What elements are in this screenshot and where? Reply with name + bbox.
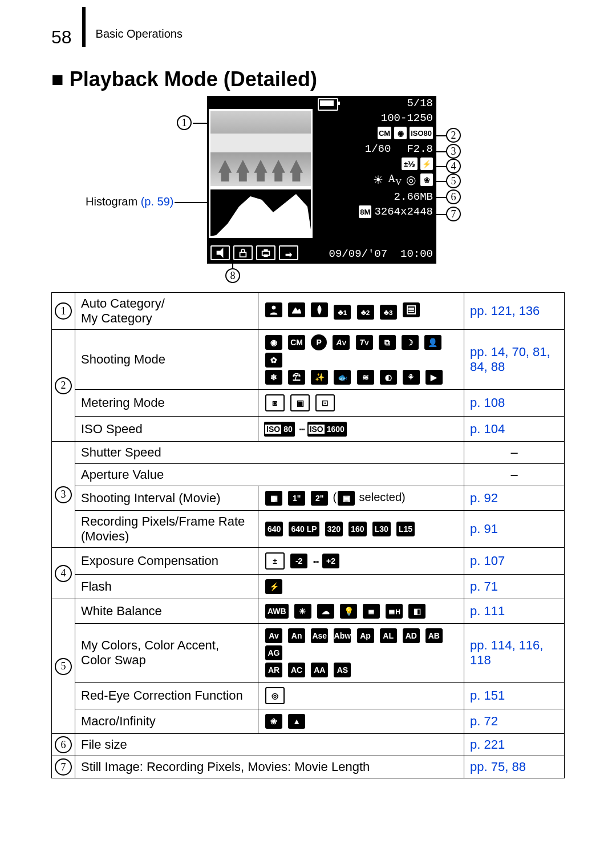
- mode-foliage-icon: ✿: [265, 353, 282, 368]
- mode-tv-icon: TV: [356, 335, 373, 350]
- row-num: 4: [52, 548, 75, 599]
- datetime-row: 09/09/'07 10:00: [329, 248, 433, 260]
- mode-av-icon: AV: [333, 335, 350, 350]
- ev-plus2-icon: +2: [322, 554, 339, 568]
- folder-file-number: 100-1250: [381, 112, 433, 124]
- metering-icon: ◉: [394, 127, 407, 139]
- interval-check-icon: ▦: [265, 491, 282, 506]
- mode-fireworks-icon: ✨: [311, 370, 328, 385]
- my-category-2-icon: ♣2: [357, 305, 374, 320]
- row-desc: Aperture Value: [75, 464, 464, 486]
- row-icons: ± -2 ··· +2: [258, 548, 464, 575]
- lead-2: [436, 135, 447, 136]
- lead-3: [436, 151, 447, 152]
- page-ref[interactable]: p. 108: [470, 395, 505, 410]
- row-desc: ISO Speed: [75, 417, 258, 442]
- interval-1s-icon: 1": [288, 491, 305, 506]
- file-size: 2.66MB: [394, 191, 433, 203]
- category-todo-icon: [403, 302, 420, 317]
- image-counter: 5/18: [407, 97, 433, 110]
- callout-2: 2: [446, 128, 461, 143]
- row-pages: –: [464, 464, 565, 486]
- header-divider: [82, 7, 86, 47]
- mode-snow-icon: ❄: [265, 370, 282, 385]
- row-desc: White Balance: [75, 599, 258, 624]
- page-ref[interactable]: p. 151: [470, 688, 505, 703]
- category-scenery-icon: [288, 302, 305, 317]
- mode-auto-icon: ◉: [265, 335, 282, 350]
- movie-640lp-icon: 640 LP: [289, 522, 319, 536]
- row-icons: ◉ CM P AV TV ⧉ ☽ 👤 ✿ ❄ ⛱ ✨ 🐟 ≋ ◐ ⚘ ▶: [258, 330, 464, 390]
- row-num: 5: [52, 599, 75, 734]
- category-events-icon: [311, 302, 328, 317]
- page-ref[interactable]: pp. 121, 136: [470, 304, 540, 318]
- callout-8: 8: [225, 268, 240, 283]
- wb-awb-icon: AWB: [265, 604, 289, 619]
- iso-chip: ISO80: [410, 127, 433, 139]
- table-row: 1 Auto Category/ My Category ♣1 ♣2 ♣3 pp…: [52, 293, 565, 330]
- wb-fluorescent-icon: ≣: [363, 604, 380, 619]
- row-desc: My Colors, Color Accent, Color Swap: [75, 624, 258, 683]
- page-ref[interactable]: p. 71: [470, 579, 498, 594]
- redeye-correction-icon: ◎: [265, 687, 285, 704]
- battery-icon: [318, 98, 338, 111]
- flash-on-icon: ⚡: [265, 579, 282, 594]
- mode-movie-icon: ▶: [425, 370, 443, 385]
- histogram-graph: [210, 189, 311, 236]
- movie-320-icon: 320: [325, 522, 343, 536]
- ev-minus2-icon: -2: [290, 554, 307, 568]
- mode-aquarium-icon: 🐟: [334, 370, 351, 385]
- row-num: 1: [52, 293, 75, 330]
- row-icons: ISO80 ··· ISO1600: [258, 417, 464, 442]
- page-ref[interactable]: pp. 75, 88: [470, 760, 526, 774]
- megapixel-icon: 8M: [359, 205, 371, 218]
- page-ref[interactable]: pp. 114, 116, 118: [470, 638, 543, 667]
- page-ref[interactable]: p. 104: [470, 422, 505, 436]
- callout-1: 1: [177, 115, 192, 130]
- wb-custom-icon: ◧: [408, 604, 425, 619]
- page-ref[interactable]: pp. 14, 70, 81, 84, 88: [470, 345, 550, 374]
- callout-5: 5: [446, 173, 461, 188]
- lead-6: [436, 197, 447, 198]
- page-ref[interactable]: p. 111: [470, 604, 505, 618]
- mc-abw-icon: Abw: [334, 628, 351, 643]
- sound-memo-icon: [210, 245, 230, 260]
- callout-6: 6: [446, 189, 461, 204]
- page-ref[interactable]: p. 221: [470, 737, 505, 752]
- row-desc: Shutter Speed: [75, 442, 464, 464]
- mycolor-av-icon: AV: [388, 173, 402, 187]
- row-icons: ❀ ▲: [258, 709, 464, 734]
- page-ref[interactable]: p. 91: [470, 522, 498, 536]
- row-desc: Shooting Interval (Movie): [75, 486, 258, 511]
- page-ref[interactable]: p. 107: [470, 554, 505, 568]
- table-row: Metering Mode ◙ ▣ ⊡ p. 108: [52, 390, 565, 417]
- row-icons: ▦ 1" 2" (▦ selected): [258, 486, 464, 511]
- wb-cloudy-icon: ☁: [317, 604, 334, 619]
- svg-point-4: [272, 306, 275, 309]
- page-title: Playback Mode (Detailed): [51, 67, 565, 91]
- table-row: 5 White Balance AWB ☀ ☁ 💡 ≣ ≣ʜ ◧ p. 111: [52, 599, 565, 624]
- row-icons: ⚡: [258, 575, 464, 599]
- row-desc: Auto Category/ My Category: [75, 293, 258, 330]
- mc-ap-icon: Ap: [357, 628, 374, 643]
- mode-night-icon: ☽: [402, 335, 419, 350]
- histogram-label: Histogram (p. 59): [86, 195, 174, 208]
- callout-reference-table: 1 Auto Category/ My Category ♣1 ♣2 ♣3 pp…: [51, 292, 565, 778]
- table-row: 4 Exposure Compensation ± -2 ··· +2 p. 1…: [52, 548, 565, 575]
- page-ref[interactable]: p. 92: [470, 491, 498, 505]
- my-category-1-icon: ♣1: [334, 305, 351, 320]
- lead-4: [436, 166, 447, 167]
- sample-photo: [210, 111, 311, 186]
- redeye-icon: ◎: [406, 173, 416, 187]
- my-category-3-icon: ♣3: [380, 305, 397, 320]
- row-desc: Metering Mode: [75, 390, 258, 417]
- table-row: Flash ⚡ p. 71: [52, 575, 565, 599]
- bottom-icon-row: [210, 245, 298, 260]
- row-desc: File size: [75, 734, 464, 756]
- lead-7: [436, 214, 447, 215]
- mc-ab-icon: AB: [425, 628, 443, 643]
- mc-ag-icon: AG: [265, 645, 282, 660]
- row-num: 7: [52, 756, 75, 778]
- mc-as-icon: AS: [334, 663, 351, 677]
- page-ref[interactable]: p. 72: [470, 714, 498, 728]
